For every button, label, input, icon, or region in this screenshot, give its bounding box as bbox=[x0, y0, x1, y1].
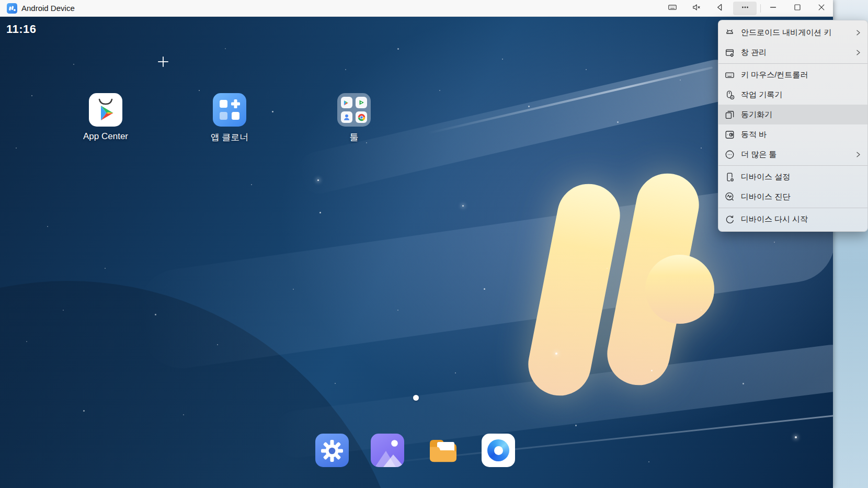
menu-item-device-settings[interactable]: 디바이스 설정 bbox=[718, 167, 867, 187]
minimize-icon bbox=[769, 3, 778, 14]
app-label: App Center bbox=[72, 131, 140, 142]
close-button[interactable] bbox=[814, 2, 829, 15]
app-center-icon bbox=[72, 93, 140, 127]
menu-item-window-manage[interactable]: 창 관리 bbox=[718, 42, 867, 62]
menu-item-task-recorder[interactable]: 작업 기록기 bbox=[718, 85, 867, 105]
window-titlebar: Android Device bbox=[0, 0, 833, 17]
browser-icon bbox=[482, 434, 515, 467]
more-icon bbox=[740, 3, 750, 14]
settings-icon bbox=[315, 434, 349, 467]
window-title: Android Device bbox=[21, 0, 75, 16]
maximize-button[interactable] bbox=[790, 2, 805, 15]
android-icon bbox=[724, 27, 735, 38]
dock-files[interactable] bbox=[426, 434, 460, 467]
sync-icon bbox=[724, 109, 735, 120]
dock-gallery[interactable] bbox=[371, 434, 404, 467]
back-button[interactable] bbox=[712, 2, 728, 15]
wallpaper-sparkle bbox=[158, 56, 168, 67]
back-icon bbox=[715, 3, 725, 14]
status-clock: 11:16 bbox=[6, 22, 37, 36]
menu-item-android-nav-keys[interactable]: 안드로이드 내비게이션 키 bbox=[718, 22, 867, 42]
screenshot-stage: Android Device bbox=[0, 0, 868, 488]
dock-browser[interactable] bbox=[482, 434, 515, 467]
device-restart-icon bbox=[724, 214, 735, 225]
more-button[interactable] bbox=[733, 2, 757, 15]
android-screen: 11:16 App Center 앱 클로너 툴 bbox=[0, 17, 833, 488]
menu-divider bbox=[718, 63, 867, 64]
window-manage-icon bbox=[724, 47, 735, 58]
menu-item-label: 디바이스 설정 bbox=[741, 172, 790, 182]
menu-item-label: 창 관리 bbox=[741, 48, 767, 58]
volume-muted-icon bbox=[692, 3, 701, 14]
app-cloner-icon bbox=[196, 93, 264, 127]
app-label: 툴 bbox=[320, 131, 388, 143]
device-diagnosis-icon bbox=[724, 191, 735, 202]
menu-divider bbox=[718, 165, 867, 166]
chevron-right-icon bbox=[855, 29, 861, 37]
browser-orb bbox=[487, 439, 509, 461]
page-indicator-dot bbox=[413, 395, 419, 401]
wallpaper-mumu-logo bbox=[473, 150, 735, 401]
minimize-button[interactable] bbox=[766, 2, 781, 15]
maximize-icon bbox=[793, 3, 802, 14]
chevron-right-icon bbox=[855, 49, 861, 56]
app-app-cloner[interactable]: 앱 클로너 bbox=[196, 93, 264, 143]
dynamic-bar-icon bbox=[724, 129, 735, 140]
menu-divider bbox=[718, 208, 867, 208]
menu-item-more-tools[interactable]: 더 많은 툴 bbox=[718, 144, 867, 164]
app-app-center[interactable]: App Center bbox=[72, 93, 140, 142]
menu-item-synchronizer[interactable]: 동기화기 bbox=[718, 105, 867, 124]
chevron-right-icon bbox=[855, 151, 861, 158]
dock-settings[interactable] bbox=[315, 434, 349, 467]
menu-item-label: 키 마우스/컨트롤러 bbox=[741, 70, 808, 80]
menu-item-label: 동적 바 bbox=[741, 130, 767, 140]
menu-item-device-diagnosis[interactable]: 디바이스 진단 bbox=[718, 187, 867, 207]
menu-item-label: 더 많은 툴 bbox=[741, 150, 776, 160]
menu-item-device-restart[interactable]: 디바이스 다시 시작 bbox=[718, 209, 867, 229]
keyboard-icon bbox=[668, 3, 677, 14]
app-label: 앱 클로너 bbox=[196, 131, 264, 143]
keyboard-button[interactable] bbox=[665, 2, 680, 15]
gallery-icon bbox=[371, 434, 404, 467]
recorder-icon bbox=[724, 89, 735, 100]
menu-item-label: 작업 기록기 bbox=[741, 90, 782, 100]
menu-item-key-mouse-controller[interactable]: 키 마우스/컨트롤러 bbox=[718, 65, 867, 85]
device-settings-icon bbox=[724, 172, 735, 183]
menu-item-label: 디바이스 다시 시작 bbox=[741, 214, 808, 224]
menu-item-label: 동기화기 bbox=[741, 110, 772, 120]
menu-item-label: 안드로이드 내비게이션 키 bbox=[741, 28, 831, 38]
files-icon bbox=[426, 434, 460, 467]
volume-muted-button[interactable] bbox=[689, 2, 704, 15]
emulator-window: Android Device bbox=[0, 0, 833, 488]
more-options-menu: 안드로이드 내비게이션 키 창 관리 키 마우스/컨트롤러 작업 기록기 동기화… bbox=[718, 20, 868, 232]
menu-item-dynamic-bar[interactable]: 동적 바 bbox=[718, 124, 867, 144]
mumu-logo-icon bbox=[7, 3, 17, 14]
app-tools-folder[interactable]: 툴 bbox=[320, 93, 388, 143]
menu-item-label: 디바이스 진단 bbox=[741, 192, 790, 202]
more-tools-icon bbox=[724, 149, 735, 160]
tools-folder-icon bbox=[320, 93, 388, 127]
titlebar-separator bbox=[760, 4, 761, 13]
close-icon bbox=[817, 3, 826, 14]
keymapping-icon bbox=[724, 70, 735, 81]
